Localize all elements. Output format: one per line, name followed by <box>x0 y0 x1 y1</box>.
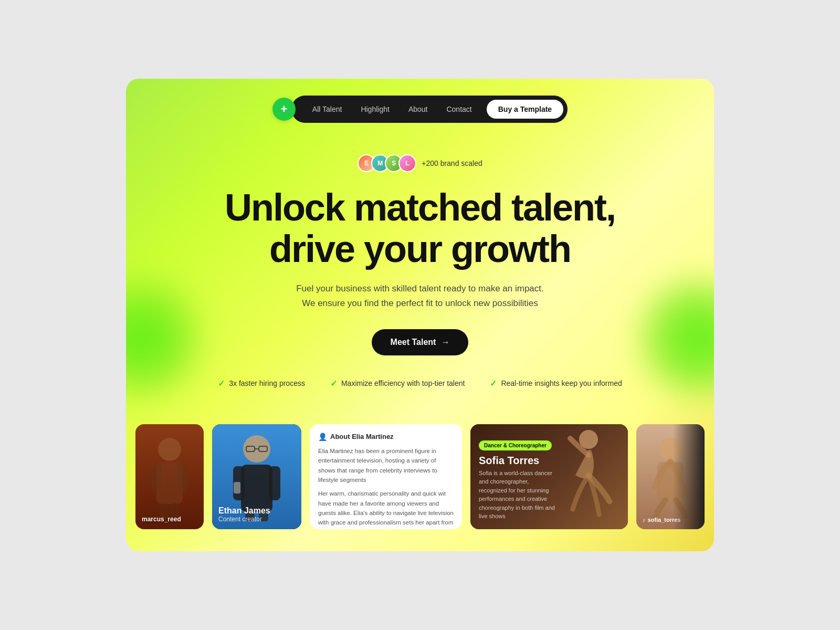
card-sofia[interactable]: Dancer & Choreographer Sofia Torres Sofi… <box>470 424 628 529</box>
nav-link-contact[interactable]: Contact <box>438 101 480 118</box>
dark-overlay-right <box>673 424 705 529</box>
feature-1-text: 3x faster hiring process <box>229 379 305 387</box>
social-proof-text: +200 brand scaled <box>422 159 482 167</box>
hero-title: Unlock matched talent, drive your growth <box>147 187 693 270</box>
nav-bar: All Talent Highlight About Contact Buy a… <box>291 96 568 123</box>
sofia-silhouette <box>549 428 612 525</box>
marcus-silhouette <box>149 435 191 519</box>
svg-rect-2 <box>151 464 162 492</box>
meet-talent-label: Meet Talent <box>391 338 436 347</box>
check-icon-1: ✓ <box>218 379 225 388</box>
ethan-role: Content creator <box>218 516 270 523</box>
plus-icon: + <box>280 103 287 115</box>
about-title: About Elia Martinez <box>330 433 394 440</box>
feature-2-text: Maximize efficiency with top-tier talent <box>341 379 465 387</box>
about-header: 👤 About Elia Martinez <box>318 433 454 441</box>
sofia-bg: Dancer & Choreographer Sofia Torres Sofi… <box>470 424 628 529</box>
avatar-4: L <box>398 154 416 172</box>
navigation: + All Talent Highlight About Contact Buy… <box>126 79 714 133</box>
user-icon: 👤 <box>318 433 327 441</box>
sofia-figure <box>539 424 623 529</box>
feature-3-text: Real-time insights keep you informed <box>501 379 622 387</box>
nav-link-all-talent[interactable]: All Talent <box>304 101 351 118</box>
feature-2: ✓ Maximize efficiency with top-tier tale… <box>330 379 465 388</box>
svg-rect-10 <box>241 465 272 512</box>
check-icon-2: ✓ <box>330 379 337 388</box>
marcus-username: marcus_reed <box>142 516 181 523</box>
features-row: ✓ 3x faster hiring process ✓ Maximize ef… <box>147 379 693 388</box>
hero-section: E M S L +200 brand scaled Unlock matched… <box>126 133 714 424</box>
svg-rect-15 <box>234 482 240 494</box>
meet-talent-button[interactable]: Meet Talent → <box>372 329 469 355</box>
card-marcus-partial[interactable]: marcus_reed <box>135 424 204 529</box>
card-elia[interactable]: 👤 About Elia Martinez Elia Martinez has … <box>310 424 462 529</box>
hero-subtitle: Fuel your business with skilled talent r… <box>289 281 551 310</box>
social-proof: E M S L +200 brand scaled <box>147 154 693 172</box>
svg-rect-12 <box>269 466 280 500</box>
about-body-2: Her warm, charismatic personality and qu… <box>318 489 454 529</box>
feature-1: ✓ 3x faster hiring process <box>218 379 305 388</box>
page-wrapper: + All Talent Highlight About Contact Buy… <box>126 79 714 551</box>
hero-title-line2: drive your growth <box>269 228 571 270</box>
nav-link-about[interactable]: About <box>400 101 436 118</box>
nav-link-highlight[interactable]: Highlight <box>352 101 397 118</box>
svg-rect-3 <box>177 464 188 492</box>
arrow-icon: → <box>441 338 449 347</box>
marcus-photo <box>135 424 204 529</box>
feature-3: ✓ Real-time insights keep you informed <box>490 379 622 388</box>
check-icon-3: ✓ <box>490 379 497 388</box>
svg-point-0 <box>158 438 181 461</box>
about-body-1: Elia Martinez has been a prominent figur… <box>318 446 454 485</box>
hero-title-line1: Unlock matched talent, <box>225 186 615 228</box>
buy-template-button[interactable]: Buy a Template <box>487 100 563 119</box>
card-ethan[interactable]: Ethan James Content creator <box>212 424 301 529</box>
music-note-icon: ♪ <box>643 517 646 523</box>
talent-cards-section: marcus_reed <box>126 424 714 529</box>
nav-logo[interactable]: + <box>272 98 296 121</box>
ethan-name: Ethan James <box>218 506 270 516</box>
card-sofia-partial[interactable]: ♪ sofia_torres <box>636 424 705 529</box>
avatar-group: E M S L <box>358 154 416 172</box>
ethan-overlay: Ethan James Content creator <box>218 506 270 523</box>
